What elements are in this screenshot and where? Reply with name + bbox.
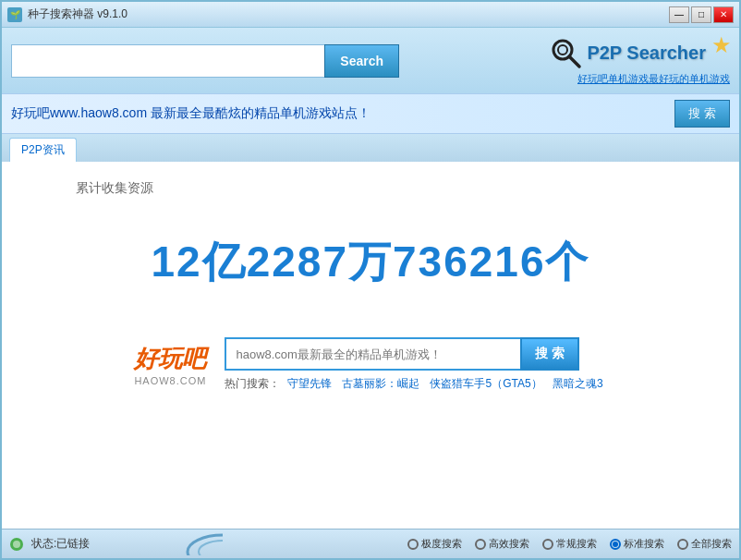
p2p-sublink[interactable]: 好玩吧单机游戏最好玩的单机游戏 bbox=[577, 72, 730, 86]
ad-banner-text: 好玩吧www.haow8.com 最新最全最酷炫的精品单机游戏站点！ bbox=[11, 105, 674, 122]
hot-search-label: 热门搜索： bbox=[225, 377, 280, 390]
radio-group: 极度搜索 高效搜索 常规搜索 标准搜索 全部搜索 bbox=[407, 537, 732, 551]
close-button[interactable]: ✕ bbox=[713, 6, 734, 23]
hot-link-1[interactable]: 古墓丽影：崛起 bbox=[342, 377, 419, 390]
maximize-button[interactable]: □ bbox=[691, 6, 711, 23]
radio-biaozhun[interactable]: 标准搜索 bbox=[610, 537, 664, 551]
svg-point-1 bbox=[558, 45, 567, 55]
haow8-search-wrap: 搜 索 热门搜索： 守望先锋 古墓丽影：崛起 侠盗猎车手5（GTA5） 黑暗之魂… bbox=[225, 337, 606, 392]
resource-count: 12亿2287万736216个 bbox=[152, 234, 590, 291]
svg-point-4 bbox=[13, 541, 20, 548]
title-bar-left: 🌱 种子搜索神器 v9.1.0 bbox=[7, 6, 128, 22]
main-search-input[interactable] bbox=[11, 44, 324, 78]
svg-line-2 bbox=[569, 56, 579, 67]
ad-banner: 好玩吧www.haow8.com 最新最全最酷炫的精品单机游戏站点！ 搜 索 bbox=[2, 93, 739, 134]
haow8-logo-text: 好玩吧 bbox=[134, 343, 206, 375]
star-icon: ★ bbox=[711, 32, 732, 58]
haow8-logo: 好玩吧 HAOW8.COM bbox=[134, 343, 206, 386]
haow8-ad-block: 好玩吧 HAOW8.COM 搜 索 热门搜索： 守望先锋 古墓丽影：崛起 侠盗猎… bbox=[134, 337, 606, 392]
tab-p2p-news[interactable]: P2P资讯 bbox=[9, 138, 77, 162]
ad-search-button[interactable]: 搜 索 bbox=[674, 100, 730, 128]
search-header: Search P2P Searcher ★ 好玩吧单机游戏最好玩的单机游戏 bbox=[2, 28, 739, 93]
hot-link-0[interactable]: 守望先锋 bbox=[287, 377, 332, 390]
radio-gaoxiao[interactable]: 高效搜索 bbox=[475, 537, 529, 551]
radio-label-jidu: 极度搜索 bbox=[421, 537, 462, 551]
radio-circle-gaoxiao bbox=[475, 539, 486, 550]
minimize-button[interactable]: — bbox=[669, 6, 689, 23]
haow8-logo-sub: HAOW8.COM bbox=[134, 375, 206, 386]
hot-link-3[interactable]: 黑暗之魂3 bbox=[553, 377, 603, 390]
radio-label-biaozhun: 标准搜索 bbox=[624, 537, 664, 551]
status-text: 状态:已链接 bbox=[31, 536, 90, 552]
main-search-button[interactable]: Search bbox=[324, 44, 399, 78]
resource-label: 累计收集资源 bbox=[76, 180, 153, 197]
radio-label-quanbu: 全部搜索 bbox=[691, 537, 732, 551]
radio-quanbu[interactable]: 全部搜索 bbox=[677, 537, 732, 551]
status-bar: 状态:已链接 极度搜索 高效搜索 常规搜索 标准搜索 bbox=[2, 529, 739, 558]
svg-point-6 bbox=[199, 541, 223, 555]
radio-circle-biaozhun bbox=[610, 539, 621, 550]
window-controls: — □ ✕ bbox=[669, 6, 734, 23]
haow8-input-row: 搜 索 bbox=[225, 337, 606, 371]
main-search-wrap: Search bbox=[11, 44, 399, 78]
p2p-logo-main: P2P Searcher ★ bbox=[548, 35, 730, 70]
app-title: 种子搜索神器 v9.1.0 bbox=[28, 6, 128, 22]
p2p-logo: P2P Searcher ★ 好玩吧单机游戏最好玩的单机游戏 bbox=[548, 35, 730, 86]
p2p-logo-text: P2P Searcher bbox=[587, 43, 706, 64]
radio-jidu[interactable]: 极度搜索 bbox=[407, 537, 462, 551]
radio-circle-quanbu bbox=[677, 539, 688, 550]
main-content: 累计收集资源 12亿2287万736216个 好玩吧 HAOW8.COM 搜 索… bbox=[2, 162, 739, 560]
radio-label-gaoxiao: 高效搜索 bbox=[489, 537, 529, 551]
radio-label-changgui: 常规搜索 bbox=[556, 537, 597, 551]
title-bar: 🌱 种子搜索神器 v9.1.0 — □ ✕ bbox=[2, 2, 739, 28]
radio-circle-changgui bbox=[542, 539, 553, 550]
hot-link-2[interactable]: 侠盗猎车手5（GTA5） bbox=[430, 377, 541, 390]
tabs-bar: P2P资讯 bbox=[2, 134, 739, 162]
svg-point-5 bbox=[188, 535, 223, 555]
radio-changgui[interactable]: 常规搜索 bbox=[542, 537, 597, 551]
decorative-wave bbox=[186, 533, 223, 555]
magnifier-icon bbox=[548, 35, 583, 70]
radio-circle-jidu bbox=[407, 539, 419, 550]
app-icon: 🌱 bbox=[7, 7, 22, 22]
hot-search-bar: 热门搜索： 守望先锋 古墓丽影：崛起 侠盗猎车手5（GTA5） 黑暗之魂3 bbox=[225, 376, 606, 392]
haow8-search-button[interactable]: 搜 索 bbox=[520, 337, 579, 371]
haow8-search-input[interactable] bbox=[225, 337, 520, 371]
status-icon bbox=[9, 537, 24, 552]
